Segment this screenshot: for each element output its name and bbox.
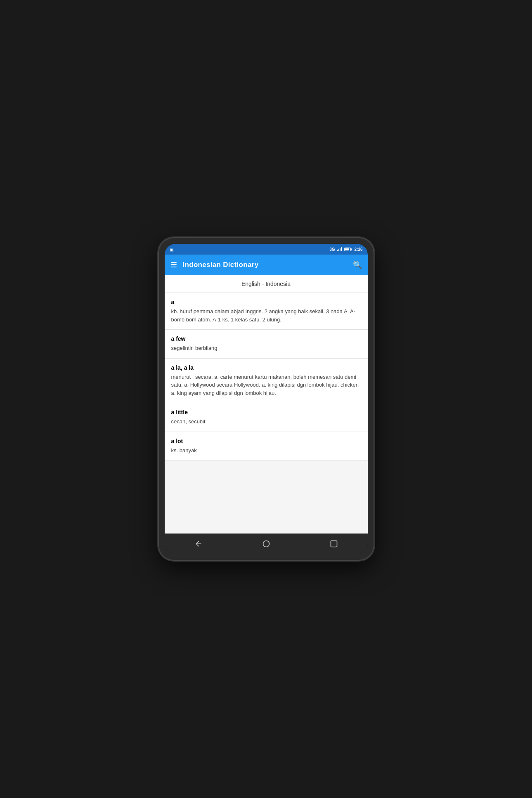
device-screen: ▣ 3G 2:26 ☰ — [165, 244, 368, 554]
battery-fill — [345, 248, 348, 250]
main-content: English - Indonesia a kb. huruf pertama … — [165, 275, 368, 534]
battery-icon — [344, 248, 352, 251]
entry-a-la[interactable]: a la, a la menurut , secara. a. carte me… — [165, 359, 368, 404]
back-button[interactable] — [188, 536, 209, 552]
language-label: English - Indonesia — [241, 281, 291, 287]
app-title: Indonesian Dictionary — [183, 261, 353, 269]
language-selector[interactable]: English - Indonesia — [165, 275, 368, 293]
app-bar: ☰ Indonesian Dictionary 🔍 — [165, 255, 368, 275]
entry-term-a-little: a little — [171, 409, 361, 416]
nav-bar — [165, 534, 368, 554]
status-left: ▣ — [170, 247, 173, 252]
entry-def-a-lot: ks. banyak — [171, 446, 361, 455]
entry-term-a-lot: a lot — [171, 438, 361, 444]
signal-bar-3 — [340, 248, 340, 251]
entry-term-a-few: a few — [171, 335, 361, 342]
signal-bars — [337, 247, 342, 251]
search-icon[interactable]: 🔍 — [353, 260, 362, 269]
home-button[interactable] — [256, 536, 277, 552]
signal-bar-4 — [341, 247, 342, 251]
entry-def-a-little: cecah, secubit — [171, 418, 361, 426]
entry-a-lot[interactable]: a lot ks. banyak — [165, 432, 368, 461]
signal-bar-2 — [338, 249, 339, 251]
signal-label: 3G — [329, 247, 335, 252]
svg-point-0 — [263, 541, 269, 547]
recent-icon — [330, 540, 338, 548]
entry-term-a-la: a la, a la — [171, 364, 361, 371]
status-right: 3G 2:26 — [329, 247, 362, 252]
entry-term-a: a — [171, 299, 361, 305]
battery-body — [344, 248, 351, 251]
entry-a-few[interactable]: a few segelintir, berbilang — [165, 330, 368, 359]
device-frame: ▣ 3G 2:26 ☰ — [159, 238, 374, 560]
entries-list: a kb. huruf pertama dalam abjad Inggris.… — [165, 293, 368, 534]
home-icon — [262, 540, 270, 548]
entry-a[interactable]: a kb. huruf pertama dalam abjad Inggris.… — [165, 293, 368, 330]
recent-button[interactable] — [324, 536, 344, 552]
battery-tip — [351, 248, 352, 250]
entry-def-a-few: segelintir, berbilang — [171, 344, 361, 352]
svg-rect-1 — [331, 541, 337, 547]
entry-def-a-la: menurut , secara. a. carte menurut kartu… — [171, 373, 361, 397]
entry-def-a: kb. huruf pertama dalam abjad Inggris. 2… — [171, 307, 361, 323]
back-icon — [194, 540, 203, 548]
menu-icon[interactable]: ☰ — [170, 260, 177, 269]
entry-a-little[interactable]: a little cecah, secubit — [165, 403, 368, 432]
notification-icon: ▣ — [170, 247, 173, 252]
time-display: 2:26 — [354, 247, 362, 252]
signal-bar-1 — [337, 250, 338, 251]
status-bar: ▣ 3G 2:26 — [165, 244, 368, 255]
